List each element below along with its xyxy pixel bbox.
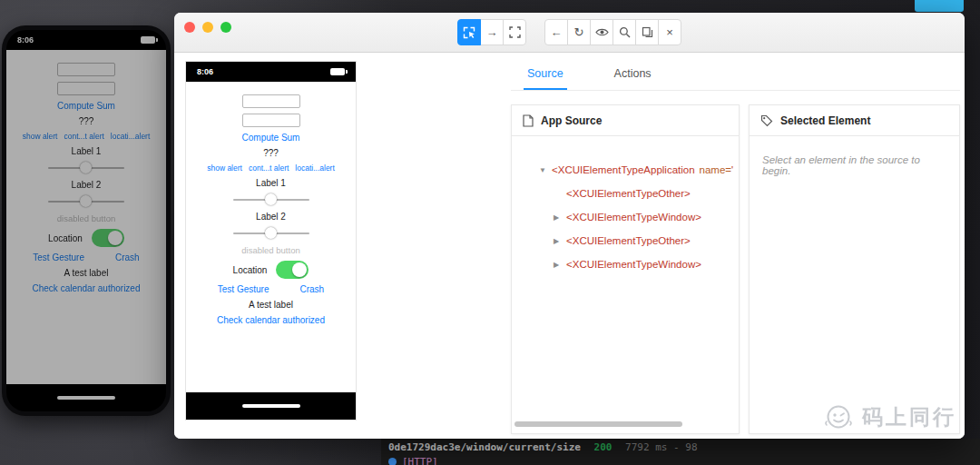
- source-tree-node[interactable]: ▶ <XCUIElementTypeWindow>: [517, 205, 733, 229]
- answer-label: ???: [263, 148, 279, 158]
- caret-right-icon[interactable]: ▶: [554, 213, 566, 222]
- appium-inspector-window: → ← ↻: [174, 13, 965, 439]
- refresh-button[interactable]: ↻: [567, 19, 591, 45]
- terminal-line: [HTTP]: [388, 456, 980, 465]
- source-tree-node[interactable]: ▶ <XCUIElementTypeOther>: [517, 229, 733, 252]
- app-source-header: App Source: [512, 105, 739, 136]
- search-icon: [619, 26, 631, 38]
- status-bar: 8:06: [186, 62, 356, 82]
- text-field-1[interactable]: [242, 94, 300, 108]
- slider-knob[interactable]: [265, 227, 277, 239]
- clock-label: 8:06: [197, 67, 213, 76]
- xml-tag: <XCUIElementTypeApplication: [552, 164, 695, 175]
- text-field-2[interactable]: [57, 82, 115, 95]
- back-button[interactable]: ←: [544, 19, 568, 45]
- copy-icon: [642, 26, 653, 38]
- slider-knob[interactable]: [265, 193, 277, 205]
- xml-tag: <XCUIElementTypeOther>: [566, 188, 691, 199]
- tap-by-coordinates-button[interactable]: [503, 19, 526, 45]
- source-tree-node[interactable]: <XCUIElementTypeOther>: [517, 182, 733, 205]
- location-row: Location: [48, 229, 124, 247]
- test-label: A test label: [249, 300, 293, 310]
- home-indicator: [57, 396, 115, 400]
- file-icon: [523, 114, 534, 127]
- location-toggle[interactable]: [92, 229, 124, 247]
- tab-actions[interactable]: Actions: [611, 58, 655, 90]
- gesture-row: Test Gesture Crash: [33, 252, 139, 262]
- simulator-app-screen: 8:06 Compute Sum ??? show alert cont...t…: [6, 30, 166, 411]
- check-calendar-button[interactable]: Check calendar authorized: [217, 315, 325, 325]
- select-elements-icon: [463, 26, 475, 39]
- slider1-label: Label 1: [256, 178, 286, 188]
- slider-knob[interactable]: [80, 162, 92, 173]
- toggle-knob[interactable]: [108, 231, 122, 245]
- request-timing: 7792 ms - 98: [625, 441, 697, 453]
- eye-icon: [595, 27, 609, 37]
- check-calendar-button[interactable]: Check calendar authorized: [33, 283, 141, 293]
- slider-1[interactable]: [48, 162, 124, 174]
- swipe-by-coordinates-button[interactable]: →: [480, 19, 504, 45]
- home-indicator: [242, 404, 300, 408]
- contact-alert-button[interactable]: cont...t alert: [249, 163, 289, 173]
- back-icon: ←: [551, 25, 563, 39]
- horizontal-scrollbar[interactable]: [514, 421, 682, 427]
- test-gesture-button[interactable]: Test Gesture: [218, 284, 270, 294]
- crash-button[interactable]: Crash: [115, 252, 140, 262]
- caret-right-icon[interactable]: ▶: [554, 261, 566, 269]
- status-bar: 8:06: [6, 30, 166, 50]
- gesture-row: Test Gesture Crash: [218, 284, 324, 294]
- text-field-1[interactable]: [57, 63, 115, 76]
- http-log-icon: [388, 458, 397, 465]
- inspector-toolbar: → ← ↻: [174, 19, 965, 45]
- show-alert-button[interactable]: show alert: [23, 132, 58, 141]
- contact-alert-button[interactable]: cont...t alert: [64, 132, 103, 141]
- test-label: A test label: [64, 268, 109, 278]
- tab-source[interactable]: Source: [524, 58, 567, 90]
- app-source-panel: App Source ▼ <XCUIElementTypeApplication…: [511, 104, 740, 434]
- compute-sum-button[interactable]: Compute Sum: [242, 133, 300, 143]
- selected-element-title: Selected Element: [780, 114, 870, 127]
- smiley-logo-icon: [823, 401, 854, 432]
- battery-icon: [330, 68, 345, 75]
- slider-2[interactable]: [48, 195, 124, 208]
- location-toggle[interactable]: [276, 261, 309, 279]
- select-elements-button[interactable]: [457, 19, 481, 45]
- app-source-title: App Source: [541, 114, 602, 127]
- slider-1[interactable]: [233, 193, 309, 206]
- search-button[interactable]: [612, 19, 636, 45]
- xml-attr: name=: [700, 164, 731, 175]
- location-alert-button[interactable]: locati...alert: [295, 163, 334, 173]
- disabled-button: disabled button: [57, 213, 115, 223]
- quit-session-button[interactable]: ×: [658, 19, 681, 45]
- screenshot-button[interactable]: [590, 19, 613, 45]
- source-tree-node[interactable]: ▶ <XCUIElementTypeWindow>: [517, 252, 733, 276]
- caret-right-icon[interactable]: ▶: [554, 237, 566, 245]
- watermark: 码上同行: [823, 401, 956, 432]
- text-field-2[interactable]: [242, 114, 300, 127]
- screenshot-panel[interactable]: 8:06 Compute Sum ??? show alert cont...t…: [186, 62, 356, 420]
- selected-element-header: Selected Element: [750, 105, 959, 136]
- location-label: Location: [48, 233, 83, 243]
- toggle-knob[interactable]: [292, 262, 307, 277]
- alert-buttons-row: show alert cont...t alert locati...alert: [23, 132, 151, 141]
- test-gesture-button[interactable]: Test Gesture: [33, 252, 84, 262]
- show-alert-button[interactable]: show alert: [207, 163, 242, 173]
- caret-down-icon[interactable]: ▼: [539, 166, 552, 174]
- slider-2[interactable]: [233, 227, 309, 240]
- answer-label: ???: [79, 116, 94, 126]
- xml-tag: <XCUIElementTypeWindow>: [566, 212, 701, 223]
- selected-element-empty-text: Select an element in the source to begin…: [750, 136, 959, 194]
- interaction-mode-group: →: [457, 19, 526, 45]
- screenshot-app-screen[interactable]: 8:06 Compute Sum ??? show alert cont...t…: [186, 62, 356, 420]
- app-content: Compute Sum ??? show alert cont...t aler…: [186, 82, 356, 420]
- copy-xml-button[interactable]: [635, 19, 659, 45]
- background-simulator: 8:06 Compute Sum ??? show alert cont...t…: [2, 25, 171, 416]
- slider-knob[interactable]: [80, 195, 92, 207]
- compute-sum-button[interactable]: Compute Sum: [57, 101, 115, 111]
- location-alert-button[interactable]: locati...alert: [111, 132, 150, 141]
- crash-button[interactable]: Crash: [300, 284, 325, 294]
- source-tree-node[interactable]: ▼ <XCUIElementTypeApplication name= "Te: [517, 158, 733, 182]
- inspector-body: 8:06 Compute Sum ??? show alert cont...t…: [174, 53, 965, 439]
- window-titlebar[interactable]: → ← ↻: [174, 13, 965, 53]
- xml-attr-value: "Te: [731, 164, 733, 175]
